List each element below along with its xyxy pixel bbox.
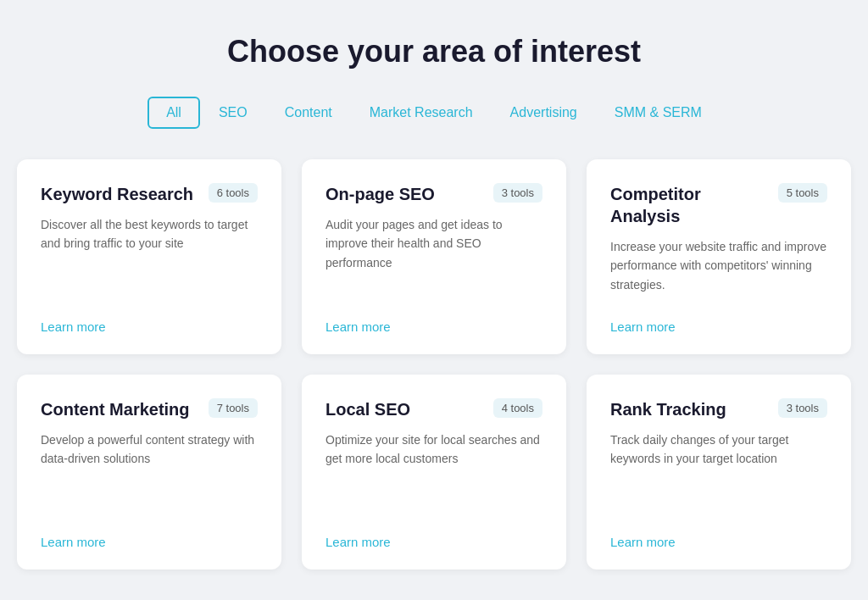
tab-all[interactable]: All [147,97,200,129]
page-container: Choose your area of interest AllSEOConte… [17,34,851,569]
tab-seo[interactable]: SEO [200,97,266,129]
tools-badge: 5 tools [778,183,827,203]
learn-more-link[interactable]: Learn more [41,535,258,549]
card-header: Keyword Research 6 tools [41,183,258,205]
card-header: On-page SEO 3 tools [326,183,542,205]
card-on-page-seo: On-page SEO 3 tools Audit your pages and… [302,159,566,354]
learn-more-link[interactable]: Learn more [610,319,827,334]
learn-more-link[interactable]: Learn more [41,319,258,334]
learn-more-link[interactable]: Learn more [326,319,542,334]
card-header: Content Marketing 7 tools [41,398,258,420]
tools-badge: 3 tools [493,183,542,203]
card-title: On-page SEO [326,183,483,205]
tabs-container: AllSEOContentMarket ResearchAdvertisingS… [17,97,851,129]
card-content-marketing: Content Marketing 7 tools Develop a powe… [17,375,281,569]
tools-badge: 6 tools [209,183,258,203]
card-title: Content Marketing [41,398,198,420]
card-description: Discover all the best keywords to target… [41,215,258,303]
card-rank-tracking: Rank Tracking 3 tools Track daily change… [587,375,851,569]
tools-badge: 3 tools [778,398,827,418]
card-local-seo: Local SEO 4 tools Optimize your site for… [302,375,566,569]
card-title: Rank Tracking [610,398,768,420]
card-description: Develop a powerful content strategy with… [41,431,258,518]
cards-grid: Keyword Research 6 tools Discover all th… [17,159,851,569]
card-title: Competitor Analysis [610,183,768,227]
card-description: Increase your website traffic and improv… [610,237,827,303]
tab-advertising[interactable]: Advertising [492,97,596,129]
learn-more-link[interactable]: Learn more [326,535,542,549]
card-description: Optimize your site for local searches an… [326,431,542,518]
card-keyword-research: Keyword Research 6 tools Discover all th… [17,159,281,354]
tab-content[interactable]: Content [266,97,351,129]
card-header: Local SEO 4 tools [326,398,542,420]
tab-smm-serm[interactable]: SMM & SERM [596,97,721,129]
card-title: Keyword Research [41,183,198,205]
tools-badge: 4 tools [493,398,542,418]
card-header: Competitor Analysis 5 tools [610,183,827,227]
tools-badge: 7 tools [209,398,258,418]
card-competitor-analysis: Competitor Analysis 5 tools Increase you… [587,159,851,354]
tab-market-research[interactable]: Market Research [351,97,492,129]
page-title: Choose your area of interest [17,34,851,69]
card-description: Audit your pages and get ideas to improv… [326,215,542,303]
card-header: Rank Tracking 3 tools [610,398,827,420]
card-title: Local SEO [326,398,483,420]
card-description: Track daily changes of your target keywo… [610,431,827,518]
learn-more-link[interactable]: Learn more [610,535,827,549]
